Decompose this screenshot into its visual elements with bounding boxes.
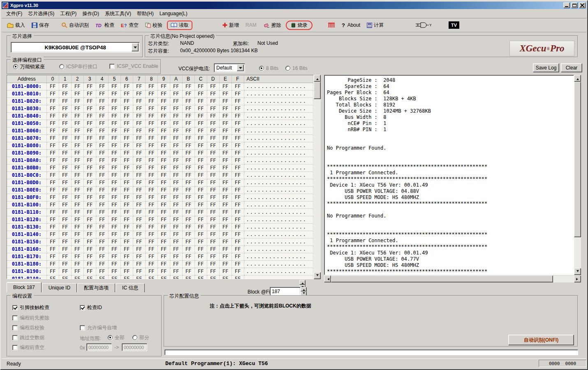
hex-byte-cell[interactable]: FF [59, 134, 71, 142]
hex-byte-cell[interactable]: FF [145, 208, 157, 216]
hex-byte-cell[interactable]: FF [133, 149, 145, 157]
hex-byte-cell[interactable]: FF [83, 105, 96, 112]
hex-byte-cell[interactable]: FF [59, 208, 71, 216]
hex-byte-cell[interactable]: FF [145, 260, 157, 268]
hex-byte-cell[interactable]: FF [46, 245, 59, 253]
hex-byte-cell[interactable]: FF [71, 171, 83, 179]
hex-byte-cell[interactable]: FF [83, 208, 96, 216]
hex-byte-cell[interactable]: FF [194, 157, 207, 164]
block-file-up-button[interactable] [301, 287, 307, 291]
hex-byte-cell[interactable]: FF [120, 223, 133, 231]
hex-byte-cell[interactable]: FF [207, 260, 219, 268]
hex-byte-cell[interactable]: FF [120, 157, 133, 164]
hex-byte-cell[interactable]: FF [170, 275, 182, 279]
onfi-auto-identify-button[interactable]: 自动识别(ONFI) [508, 335, 574, 345]
hex-byte-cell[interactable]: FF [96, 208, 108, 216]
hex-byte-cell[interactable]: FF [59, 253, 71, 260]
hex-byte-cell[interactable]: FF [83, 97, 96, 105]
hex-byte-cell[interactable]: FF [207, 223, 219, 231]
hex-byte-cell[interactable]: FF [170, 238, 182, 245]
hex-byte-cell[interactable]: FF [83, 253, 96, 260]
hex-byte-cell[interactable]: FF [231, 260, 244, 268]
hex-byte-cell[interactable]: FF [46, 157, 59, 164]
hex-byte-cell[interactable]: FF [182, 275, 194, 279]
hex-byte-cell[interactable]: FF [157, 223, 170, 231]
hex-byte-cell[interactable]: FF [96, 238, 108, 245]
hex-byte-cell[interactable]: FF [219, 134, 231, 142]
hex-byte-cell[interactable]: FF [108, 238, 120, 245]
hex-byte-cell[interactable]: FF [96, 83, 108, 90]
hex-byte-cell[interactable]: FF [71, 186, 83, 194]
hex-byte-cell[interactable]: FF [170, 245, 182, 253]
hex-byte-cell[interactable]: FF [145, 171, 157, 179]
hex-byte-cell[interactable]: FF [108, 127, 120, 134]
scroll-up-button[interactable] [574, 75, 581, 82]
pin-check-checkbox[interactable]: 引脚接触检查 [12, 304, 49, 311]
tab-block-187[interactable]: Block 187 [7, 282, 42, 292]
block-file-spinner[interactable] [301, 287, 307, 296]
hex-byte-cell[interactable]: FF [207, 127, 219, 134]
hex-byte-cell[interactable]: FF [71, 149, 83, 157]
hex-byte-cell[interactable]: FF [83, 164, 96, 171]
hex-byte-cell[interactable]: FF [182, 97, 194, 105]
hex-byte-cell[interactable]: FF [207, 179, 219, 186]
hex-byte-cell[interactable]: FF [182, 216, 194, 223]
hex-byte-cell[interactable]: FF [231, 127, 244, 134]
hex-byte-cell[interactable]: FF [133, 231, 145, 238]
hex-byte-cell[interactable]: FF [133, 194, 145, 201]
hex-byte-cell[interactable]: FF [170, 231, 182, 238]
hex-byte-cell[interactable]: FF [145, 157, 157, 164]
hex-byte-cell[interactable]: FF [145, 105, 157, 112]
hex-byte-cell[interactable]: FF [182, 223, 194, 231]
hex-byte-cell[interactable]: FF [83, 179, 96, 186]
hex-byte-cell[interactable]: FF [71, 90, 83, 97]
range-all-radio[interactable]: 全部 [108, 334, 125, 341]
hex-byte-cell[interactable]: FF [207, 149, 219, 157]
menu-operation[interactable]: 操作(D) [79, 9, 102, 18]
hex-byte-cell[interactable]: FF [145, 142, 157, 149]
hex-byte-cell[interactable]: FF [120, 90, 133, 97]
hex-byte-cell[interactable]: FF [219, 186, 231, 194]
blank-check-before-checkbox[interactable]: 编程前查空 [12, 344, 44, 351]
hex-byte-cell[interactable]: FF [170, 268, 182, 275]
hex-byte-cell[interactable]: FF [182, 164, 194, 171]
hex-byte-cell[interactable]: FF [219, 112, 231, 120]
hex-byte-cell[interactable]: FF [108, 260, 120, 268]
hex-byte-cell[interactable]: FF [157, 157, 170, 164]
hex-byte-cell[interactable]: FF [59, 120, 71, 127]
hex-byte-cell[interactable]: FF [71, 231, 83, 238]
hex-byte-cell[interactable]: FF [207, 275, 219, 279]
hex-byte-cell[interactable]: FF [157, 127, 170, 134]
hex-byte-cell[interactable]: FF [219, 201, 231, 208]
check-id-checkbox[interactable]: 检查ID [80, 304, 102, 311]
hex-byte-cell[interactable]: FF [59, 275, 71, 279]
hex-byte-cell[interactable]: FF [59, 142, 71, 149]
hex-byte-cell[interactable]: FF [145, 149, 157, 157]
hex-byte-cell[interactable]: FF [46, 149, 59, 157]
hex-byte-cell[interactable]: FF [96, 120, 108, 127]
tab-unique-id[interactable]: Unique ID [42, 283, 77, 292]
close-button[interactable] [579, 2, 586, 8]
tab-ic-info[interactable]: IC 信息 [116, 283, 145, 292]
range-part-radio[interactable]: 部分 [132, 334, 149, 341]
hex-byte-cell[interactable]: FF [120, 245, 133, 253]
hex-byte-cell[interactable]: FF [194, 112, 207, 120]
hex-byte-cell[interactable]: FF [170, 223, 182, 231]
hex-byte-cell[interactable]: FF [46, 216, 59, 223]
chip-select-combo[interactable]: K9K8G08U0E @TSOP48 [11, 42, 140, 53]
hex-byte-cell[interactable]: FF [182, 83, 194, 90]
hex-byte-cell[interactable]: FF [170, 149, 182, 157]
hex-byte-cell[interactable]: FF [71, 245, 83, 253]
hex-byte-cell[interactable]: FF [59, 231, 71, 238]
hex-byte-cell[interactable]: FF [182, 112, 194, 120]
hex-byte-cell[interactable]: FF [108, 164, 120, 171]
menu-project[interactable]: 工程(P) [57, 9, 79, 18]
hex-byte-cell[interactable]: FF [194, 253, 207, 260]
hex-byte-cell[interactable]: FF [133, 112, 145, 120]
toolbar-erase-button[interactable]: 擦除 [261, 21, 283, 30]
hex-byte-cell[interactable]: FF [207, 201, 219, 208]
hex-byte-cell[interactable]: FF [71, 105, 83, 112]
hex-byte-cell[interactable]: FF [145, 134, 157, 142]
hex-byte-cell[interactable]: FF [83, 194, 96, 201]
hex-scrollbar[interactable] [314, 75, 321, 279]
